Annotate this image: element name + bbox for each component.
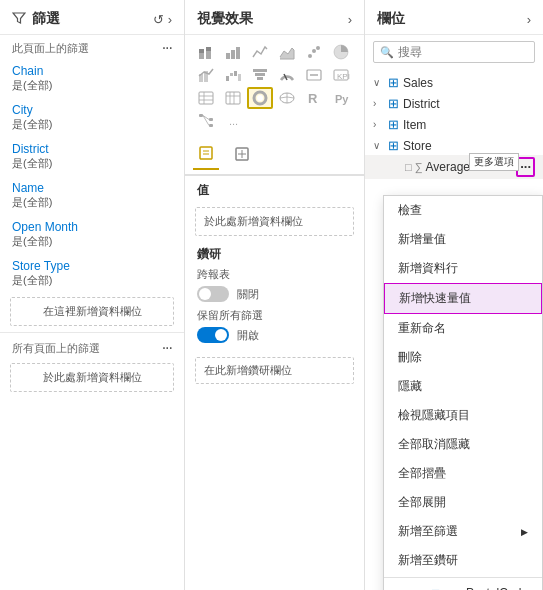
context-menu-item-add-to-filter-label: 新增至篩選 — [398, 523, 458, 540]
filter-item-name[interactable]: Name 是(全部) — [0, 176, 184, 215]
visual-icon-stacked-bar[interactable] — [193, 41, 219, 63]
filter-item-name-label: Name — [12, 181, 172, 195]
visual-icon-funnel[interactable] — [247, 64, 273, 86]
filter-add-field[interactable]: 在這裡新增資料欄位 — [10, 297, 174, 326]
context-menu-item-unhide-all-label: 全部取消隱藏 — [398, 436, 470, 453]
tree-group-item-header[interactable]: › ⊞ Item — [365, 115, 543, 134]
context-menu-item-delete[interactable]: 刪除 — [384, 343, 542, 372]
visual-icon-scatter[interactable] — [301, 41, 327, 63]
visual-icon-line-chart[interactable] — [247, 41, 273, 63]
svg-rect-39 — [209, 118, 213, 121]
context-menu-item-unhide-all[interactable]: 全部取消隱藏 — [384, 430, 542, 459]
svg-rect-6 — [236, 47, 240, 59]
visual-icon-r[interactable]: R — [301, 87, 327, 109]
context-menu-item-add-quick-label: 新增快速量值 — [399, 290, 471, 307]
visual-icon-decomp[interactable] — [193, 110, 219, 132]
svg-rect-40 — [209, 124, 213, 127]
visual-icons-grid: KPI R Py — [185, 35, 364, 138]
drill-on-toggle-row: 開啟 — [197, 327, 352, 343]
fields-expand-icon[interactable]: › — [527, 12, 531, 27]
drill-field-placeholder[interactable]: 在此新增鑽研欄位 — [195, 357, 354, 384]
svg-rect-16 — [238, 74, 241, 81]
filter-item-district-value: 是(全部) — [12, 156, 172, 171]
visual-tab-analytics[interactable] — [229, 143, 255, 169]
visual-icon-line-bar[interactable] — [193, 64, 219, 86]
filter-item-district-name: District — [12, 142, 172, 156]
visual-field-placeholder[interactable]: 於此處新增資料欄位 — [195, 207, 354, 236]
svg-rect-4 — [226, 53, 230, 59]
avg-selling-checkbox-icon: □ — [405, 161, 412, 173]
visual-tab-format[interactable] — [193, 142, 219, 170]
visual-icon-card[interactable] — [301, 64, 327, 86]
context-menu-item-collapse-all[interactable]: 全部摺疊 — [384, 459, 542, 488]
drill-off-toggle[interactable] — [197, 286, 229, 302]
svg-rect-18 — [255, 73, 265, 76]
visual-icon-matrix[interactable] — [220, 87, 246, 109]
visual-icon-map[interactable] — [274, 87, 300, 109]
context-menu-item-expand-all[interactable]: 全部展開 — [384, 488, 542, 517]
filter-icon — [12, 11, 26, 28]
context-menu-item-postalcode[interactable]: □ ⊞ PostalCode — [384, 580, 542, 590]
context-menu-item-add-to-drill[interactable]: 新增至鑽研 — [384, 546, 542, 575]
visual-expand-icon[interactable]: › — [348, 12, 352, 27]
context-menu-item-add-quick[interactable]: 新增快速量值 — [384, 283, 542, 314]
svg-rect-24 — [199, 92, 213, 104]
visual-icon-kpi[interactable]: KPI — [328, 64, 354, 86]
visual-icon-waterfall[interactable] — [220, 64, 246, 86]
filter-item-district[interactable]: District 是(全部) — [0, 137, 184, 176]
all-pages-more-icon[interactable]: ··· — [162, 339, 172, 357]
svg-rect-3 — [206, 47, 211, 51]
tree-group-district-header[interactable]: › ⊞ District — [365, 94, 543, 113]
context-menu-item-delete-label: 刪除 — [398, 349, 422, 366]
svg-text:KPI: KPI — [337, 72, 350, 81]
context-menu-item-expand-all-label: 全部展開 — [398, 494, 446, 511]
tree-group-sales-header[interactable]: ∨ ⊞ Sales — [365, 73, 543, 92]
filter-item-openmonth-value: 是(全部) — [12, 234, 172, 249]
context-menu-item-add-to-filter[interactable]: 新增至篩選 ▶ — [384, 517, 542, 546]
context-menu-item-inspect[interactable]: 檢查 — [384, 196, 542, 225]
fields-panel: 欄位 › 🔍 ∨ ⊞ Sales › ⊞ District — [365, 0, 543, 590]
drill-on-toggle[interactable] — [197, 327, 229, 343]
search-input[interactable] — [398, 45, 543, 59]
filter-item-chain[interactable]: Chain 是(全部) — [0, 59, 184, 98]
context-menu-divider — [384, 577, 542, 578]
visual-icon-gauge[interactable] — [274, 64, 300, 86]
visual-icon-pie[interactable] — [328, 41, 354, 63]
context-menu-item-rename[interactable]: 重新命名 — [384, 314, 542, 343]
visual-icon-custom[interactable]: ... — [220, 110, 246, 132]
visual-icon-area-chart[interactable] — [274, 41, 300, 63]
filter-expand-icon[interactable]: › — [168, 12, 172, 27]
district-table-icon: ⊞ — [388, 96, 399, 111]
svg-rect-28 — [226, 92, 240, 104]
context-menu-item-hide[interactable]: 隱藏 — [384, 372, 542, 401]
filter-add-field-bottom[interactable]: 於此處新增資料欄位 — [10, 363, 174, 392]
filter-items-list: Chain 是(全部) City 是(全部) District 是(全部) Na… — [0, 59, 184, 293]
context-menu: 檢查 新增量值 新增資料行 新增快速量值 重新命名 刪除 隱藏 檢視隱藏項目 — [383, 195, 543, 590]
svg-rect-2 — [206, 51, 211, 59]
context-menu-item-rename-label: 重新命名 — [398, 320, 446, 337]
filter-item-storetype[interactable]: Store Type 是(全部) — [0, 254, 184, 293]
tree-item-avg-selling[interactable]: □ ∑ Average Sellin... ··· 更多選項 — [365, 155, 543, 179]
drill-on-toggle-thumb — [215, 329, 227, 341]
district-chevron-icon: › — [373, 98, 385, 109]
filter-item-chain-name: Chain — [12, 64, 172, 78]
filter-item-city-value: 是(全部) — [12, 117, 172, 132]
context-menu-item-add-row[interactable]: 新增資料行 — [384, 254, 542, 283]
context-menu-item-postalcode-label: PostalCode — [466, 586, 528, 590]
drill-section: 鑽研 跨報表 關閉 保留所有篩選 開啟 — [185, 240, 364, 353]
visual-icon-table[interactable] — [193, 87, 219, 109]
filter-item-city[interactable]: City 是(全部) — [0, 98, 184, 137]
visual-panel: 視覺效果 › — [185, 0, 365, 590]
visual-icon-python[interactable]: Py — [328, 87, 354, 109]
tree-group-sales: ∨ ⊞ Sales — [365, 73, 543, 92]
drill-on-label: 開啟 — [237, 328, 259, 343]
context-menu-item-add-measure[interactable]: 新增量值 — [384, 225, 542, 254]
visual-icon-donut[interactable] — [247, 87, 273, 109]
visual-icon-bar-chart[interactable] — [220, 41, 246, 63]
filter-item-openmonth[interactable]: Open Month 是(全部) — [0, 215, 184, 254]
svg-text:...: ... — [229, 115, 238, 127]
context-menu-item-view-hidden[interactable]: 檢視隱藏項目 — [384, 401, 542, 430]
this-page-more-icon[interactable]: ··· — [162, 39, 172, 57]
drill-off-toggle-row: 關閉 — [197, 286, 352, 302]
filter-refresh-icon[interactable]: ↺ — [153, 12, 164, 27]
